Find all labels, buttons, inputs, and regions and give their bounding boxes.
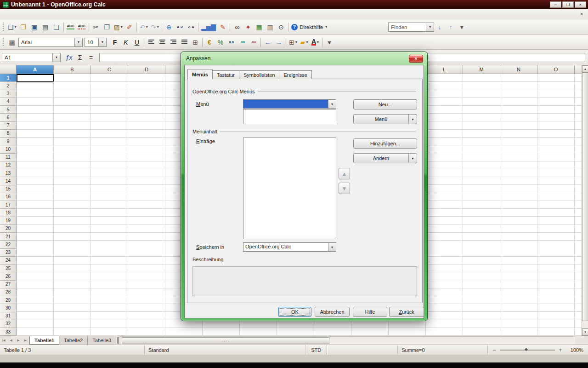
new-menu-button[interactable]: Neu... [353,99,417,109]
print-button[interactable]: ▤ [40,21,51,33]
row-header[interactable]: 5 [0,106,17,114]
zoom-slider-handle[interactable]: ◆ [525,347,528,351]
dialog-tab-tastatur[interactable]: Tastatur [212,70,239,79]
sheet-tab-tabelle2[interactable]: Tabelle2 [59,336,88,345]
column-header[interactable]: A [17,65,54,74]
menu-options-button[interactable]: Menü ▾ [353,114,417,124]
horizontal-scrollbar[interactable]: ···· [120,336,575,345]
tab-scrollbar-splitter[interactable] [117,337,119,344]
column-header[interactable]: N [500,65,537,74]
zoom-button[interactable]: ⊙ [276,21,287,33]
increase-indent-button[interactable]: → [273,36,284,48]
row-header[interactable]: 27 [0,281,17,288]
sort-ascending-button[interactable]: A↓Z [175,21,186,33]
row-header[interactable]: 6 [0,114,17,121]
column-header[interactable]: O [537,65,575,74]
find-toolbar-combobox[interactable]: Finden ▾ [388,23,434,32]
row-header[interactable]: 30 [0,304,17,312]
row-header[interactable]: 2 [0,82,17,90]
italic-button[interactable]: K [120,36,131,48]
horizontal-scrollbar-thumb[interactable]: ···· [122,337,329,344]
redo-button[interactable]: ↷ ▾ [149,21,160,33]
row-header[interactable]: 12 [0,161,17,169]
first-sheet-button[interactable]: |◀ [0,336,7,345]
row-header[interactable]: 11 [0,154,17,161]
delete-decimal-button[interactable]: .0× [248,36,259,48]
row-header[interactable]: 29 [0,296,17,304]
save-button[interactable]: ▣ [29,21,40,33]
number-format-percent-button[interactable]: % [215,36,226,48]
dialog-tab-symbolleisten[interactable]: Symbolleisten [239,70,279,79]
open-button[interactable]: ❐ [18,21,29,33]
combobox-drop-icon[interactable]: ▾ [328,100,336,108]
column-header[interactable]: D [128,65,165,74]
copy-button[interactable]: ❒ [102,21,113,33]
add-decimal-button[interactable]: .00 [237,36,248,48]
align-justified-button[interactable] [179,36,190,48]
clone-formatting-button[interactable]: ✐ [124,21,135,33]
row-header[interactable]: 19 [0,217,17,225]
combobox-drop-icon[interactable]: ▾ [426,23,434,31]
toolbar-overflow-button[interactable]: ▾ [324,36,335,48]
navigator-button[interactable]: ✦ [243,21,254,33]
bold-button[interactable]: F [109,36,120,48]
menu-combobox[interactable]: ▾ [243,99,336,109]
row-header[interactable]: 23 [0,249,17,257]
name-box[interactable]: A1 ▾ [2,53,61,62]
sheet-tab-tabelle3[interactable]: Tabelle3 [88,336,116,345]
align-left-button[interactable] [146,36,157,48]
background-color-button[interactable]: ▰ ▾ [299,36,310,48]
back-button[interactable]: Zurück [389,307,424,317]
row-header[interactable]: 31 [0,312,17,320]
combobox-drop-icon[interactable]: ▾ [328,243,336,251]
gallery-button[interactable]: ▦ [254,21,265,33]
save-in-combobox[interactable]: OpenOffice.org Calc ▾ [243,242,336,252]
data-sources-button[interactable]: ▥ [265,21,276,33]
zoom-out-button[interactable]: − [492,347,497,353]
row-header[interactable]: 25 [0,264,17,272]
last-sheet-button[interactable]: ▶| [22,336,29,345]
merge-cells-button[interactable]: ⊞ [190,36,201,48]
row-header[interactable]: 24 [0,257,17,264]
previous-sheet-button[interactable]: ◀ [7,336,15,345]
zoom-slider[interactable]: ◆ [500,350,555,351]
row-header[interactable]: 10 [0,145,17,153]
row-header[interactable]: 14 [0,177,17,185]
function-wizard-button[interactable]: ƒx [63,52,74,63]
combobox-drop-icon[interactable]: ▾ [74,38,82,46]
align-center-button[interactable] [157,36,168,48]
row-header[interactable]: 9 [0,138,17,145]
find-previous-button[interactable]: ↑ [445,21,456,33]
next-sheet-button[interactable]: ▶ [15,336,22,345]
cut-button[interactable]: ✂ [90,21,102,33]
dropdown-arrow-icon[interactable]: ▾ [408,154,417,163]
add-button[interactable]: Hinzufügen... [353,138,417,149]
row-header[interactable]: 33 [0,328,17,336]
borders-button[interactable]: ⊞ ▾ [288,36,299,48]
row-header[interactable]: 26 [0,272,17,280]
row-header[interactable]: 17 [0,201,17,209]
find-replace-button[interactable]: ∞ [232,21,243,33]
row-header[interactable]: 1 [0,74,17,82]
dialog-title-bar[interactable]: Anpassen × [184,52,424,65]
dialog-tab-ereignisse[interactable]: Ereignisse [279,70,311,79]
minimize-button[interactable]: – [550,1,561,8]
row-header[interactable]: 22 [0,241,17,248]
modify-button[interactable]: Ändern ▾ [353,153,417,163]
row-header[interactable]: 4 [0,98,17,106]
menu-dropdown-list[interactable] [243,109,336,124]
scroll-down-button[interactable]: ▼ [582,328,588,336]
autospellcheck-button[interactable]: ABC [76,21,87,33]
undo-button[interactable]: ↶ ▾ [138,21,149,33]
spellcheck-button[interactable]: ABC [65,21,76,33]
align-right-button[interactable] [168,36,179,48]
row-header[interactable]: 16 [0,193,17,201]
select-all-corner[interactable] [0,65,17,74]
row-header[interactable]: 21 [0,233,17,241]
paste-button[interactable]: ▨ ▾ [113,21,124,33]
font-name-combobox[interactable]: Arial ▾ [18,38,83,47]
vertical-scrollbar[interactable]: ▲ ▼ [582,65,588,336]
row-header[interactable]: 32 [0,320,17,328]
row-header[interactable]: 18 [0,209,17,217]
find-next-button[interactable]: ↓ [434,21,445,33]
